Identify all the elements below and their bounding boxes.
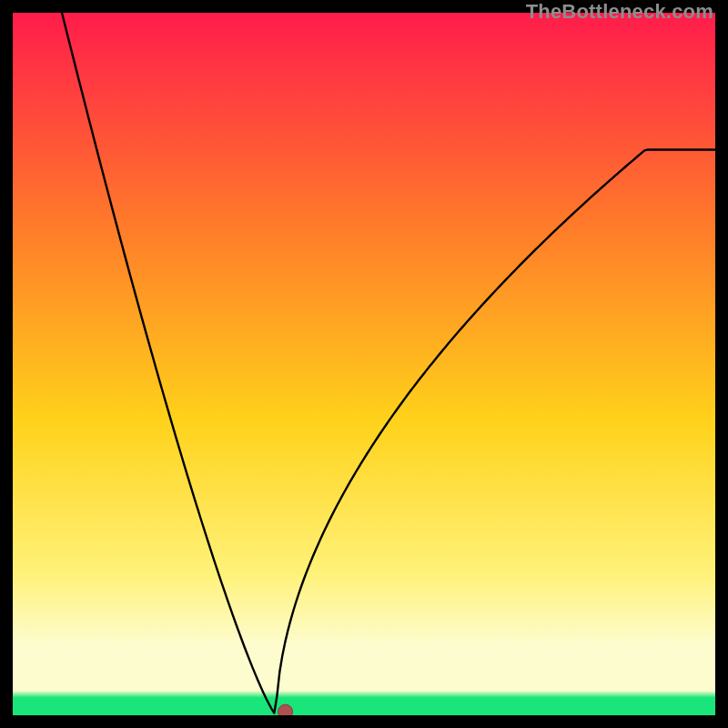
watermark-text: TheBottleneck.com <box>526 0 713 24</box>
chart-frame <box>13 13 715 715</box>
bottleneck-chart <box>13 13 715 715</box>
gradient-background <box>13 13 715 715</box>
optimal-point-marker <box>278 704 293 715</box>
